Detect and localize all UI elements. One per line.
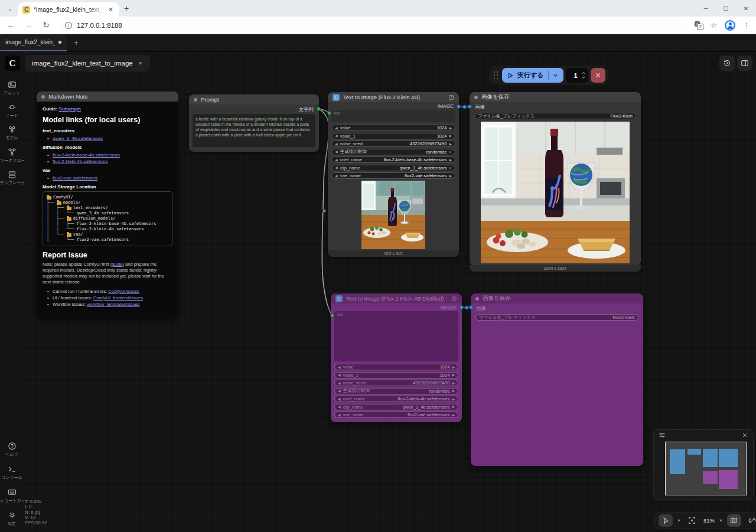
widget-control-after-generate[interactable]: ◀生成後の制御randomize▶ [331,149,455,155]
decrement-arrow-icon[interactable]: ◀ [335,126,338,130]
image-output-slot[interactable] [457,105,461,109]
decrement-arrow-icon[interactable]: ◀ [335,166,338,169]
increment-arrow-icon[interactable]: ▶ [449,150,452,154]
widget-filename-prefix[interactable]: ファイル名_プレフィックス Flux2-Klein [475,314,638,321]
stepper-up-icon[interactable] [581,71,586,75]
model-link[interactable]: flux-2-klein-4b.safetensors [53,159,108,164]
node-save-image[interactable]: 画像を保存 画像 ファイル名_プレフィックス Flux2-Klein [470,92,641,266]
zoom-chevron-down-icon[interactable]: ▼ [719,518,723,523]
batch-steppers[interactable] [581,71,586,79]
node-prompt[interactable]: Prompt 文字列 a bottle with a beautiful rai… [189,94,319,152]
widget-value[interactable]: ◀value1024▶ [334,364,458,370]
decrement-arrow-icon[interactable]: ◀ [335,150,338,154]
guide-link[interactable]: guide [112,262,122,267]
run-button[interactable]: 実行する [502,68,563,83]
comfyui-logo[interactable]: C [5,56,20,71]
widget-control-after-generate[interactable]: ◀生成後の制御randomize▶ [334,388,458,394]
minimap-panel[interactable] [653,429,754,500]
widget-noise-seed[interactable]: ◀noise_seed432262096973490▶ [334,380,458,386]
string-output-slot[interactable] [317,107,321,111]
text-input-area[interactable]: text [331,110,455,122]
node-text-to-image-distilled-bypassed[interactable]: Text to Image (Flux.2 Klein 4B Distilled… [331,293,462,422]
text-input-slot[interactable] [330,314,334,318]
widget-clip-name[interactable]: ◀clip_nameqwen_3_4b.safetensors▶ [331,165,455,171]
increment-arrow-icon[interactable]: ▶ [449,126,452,130]
image-input-slot[interactable] [469,305,473,309]
batch-count-input[interactable]: 1 [566,68,588,83]
circle-x-icon[interactable] [451,293,457,304]
tool-chevron-down-icon[interactable]: ▼ [677,518,681,523]
reload-button[interactable]: ↻ [41,21,51,30]
issues-link[interactable]: workflow_templates/issues [87,302,139,307]
minimap-toggle-button[interactable] [727,514,741,527]
cancel-button[interactable] [591,68,605,83]
pointer-tool-button[interactable] [659,514,673,527]
markdown-note-header[interactable]: Markdown Note [37,92,178,102]
tab-search-button[interactable]: ⌄ [4,4,17,14]
workflow-tab-active[interactable]: image_flux2_klein_t... [0,34,67,51]
node-markdown-note[interactable]: Markdown Note Guide: Subgraph Model link… [37,92,178,319]
node-text-to-image[interactable]: Text to Image (Flux.2 Klein 4B) IMAGE te… [328,92,459,256]
history-button[interactable] [719,56,735,71]
back-button[interactable]: ← [6,21,15,30]
increment-arrow-icon[interactable]: ▶ [449,142,452,146]
widget-value[interactable]: ◀value1024▶ [331,125,455,131]
minimize-button[interactable]: ─ [696,0,716,17]
increment-arrow-icon[interactable]: ▶ [449,174,452,178]
sidebar-item-templates[interactable]: テンプレート [0,170,24,186]
save-image-2-header[interactable]: 画像を保存 [471,293,643,303]
issues-link[interactable]: ComfyUI/issues [108,289,139,294]
increment-arrow-icon[interactable]: ▶ [449,134,452,138]
decrement-arrow-icon[interactable]: ◀ [335,142,338,146]
browser-tab[interactable]: C *image_flux2_klein_text_to_ima ✕ [18,2,119,17]
minimap-settings-icon[interactable] [659,432,666,439]
workflow-new-tab-button[interactable]: + [67,34,85,51]
decrement-arrow-icon[interactable]: ◀ [335,134,338,138]
translate-icon[interactable] [695,21,703,30]
sidebar-item-settings[interactable]: 設定 [0,511,24,527]
decrement-arrow-icon[interactable]: ◀ [335,158,338,162]
t2i-distilled-header[interactable]: Text to Image (Flux.2 Klein 4B Distilled… [331,293,462,303]
t2i-header[interactable]: Text to Image (Flux.2 Klein 4B) [328,92,459,102]
increment-arrow-icon[interactable]: ▶ [449,158,452,162]
sidebar-item-models[interactable]: モデル [0,125,24,141]
prompt-textarea[interactable]: a bottle with a beautiful rainbow galaxy… [193,114,315,147]
sidebar-item-help[interactable]: ヘルプ [0,442,24,458]
panel-toggle-button[interactable] [737,56,752,71]
workflow-title-menu[interactable]: image_flux2_klein_text_to_image ▼ [25,55,150,71]
widget-vae-name[interactable]: ◀vae_nameflux2-vae.safetensors▶ [334,412,458,418]
widget-value-1[interactable]: ◀value_11024▶ [334,372,458,378]
node-canvas[interactable]: Markdown Note Guide: Subgraph Model link… [0,52,756,532]
text-input-slot[interactable] [327,111,331,115]
fit-view-button[interactable] [685,514,699,527]
site-info-icon[interactable]: i [65,22,72,29]
widget-noise-seed[interactable]: ◀noise_seed432262096973490▶ [331,141,455,147]
node-save-image-2-bypassed[interactable]: 画像を保存 画像 ファイル名_プレフィックス Flux2-Klein [471,293,643,466]
image-input-slot[interactable] [468,105,472,109]
address-bar[interactable]: i 127.0.0.1:8188 [59,18,686,32]
widget-filename-prefix[interactable]: ファイル名_プレフィックス Flux2-Klein [474,113,636,119]
save-image-header[interactable]: 画像を保存 [470,92,641,102]
node-collapse-dot-icon[interactable] [474,96,478,99]
node-collapse-dot-icon[interactable] [194,98,197,102]
expand-node-icon[interactable] [448,92,454,103]
sidebar-item-shortcuts[interactable]: ショートカット [0,488,24,504]
close-button[interactable]: ✕ [736,0,756,17]
widget-value-1[interactable]: ◀value_11024▶ [331,133,455,139]
prompt-header[interactable]: Prompt [189,94,319,105]
forward-button[interactable]: → [24,21,33,30]
image-output-slot[interactable] [460,305,464,309]
sidebar-item-workflows[interactable]: ワークフロー [0,148,24,164]
issues-link[interactable]: ComfyUI_frontend/issues [93,295,143,301]
decrement-arrow-icon[interactable]: ◀ [335,174,338,178]
sidebar-item-console[interactable]: コンソール [0,465,24,481]
model-link[interactable]: flux-2-klein-base-4b.safetensors [53,152,120,158]
model-link[interactable]: qwen_3_4b.safetensors [53,136,103,141]
tab-close-icon[interactable]: ✕ [107,6,115,14]
increment-arrow-icon[interactable]: ▶ [449,166,452,169]
minimap-close-icon[interactable] [741,432,748,439]
widget-unet-name[interactable]: ◀unet_nameflux-2-klein-4b.safetensors▶ [334,396,458,402]
sidebar-item-nodes[interactable]: ノード [0,103,24,119]
widget-vae-name[interactable]: ◀vae_nameflux2-vae.safetensors▶ [331,172,455,179]
sidebar-item-assets[interactable]: アセット [0,80,24,96]
